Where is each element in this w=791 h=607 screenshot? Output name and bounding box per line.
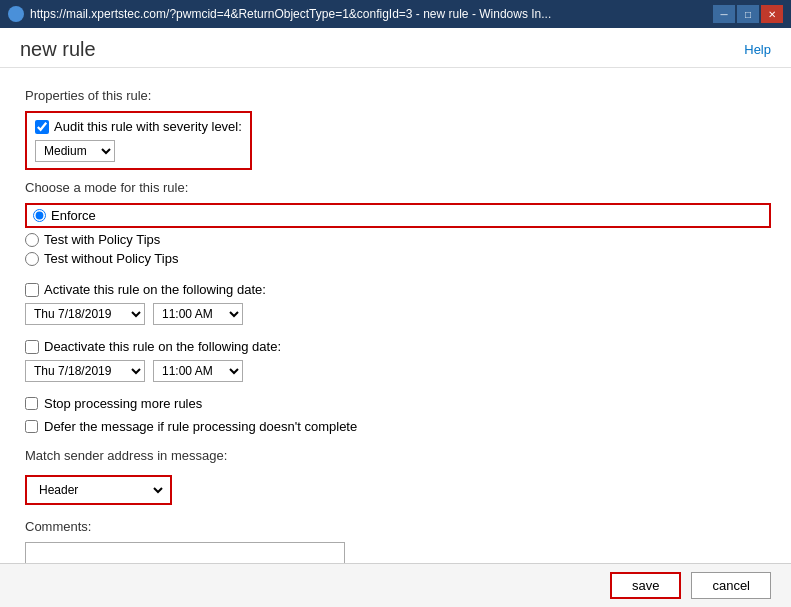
mode-radio-group: Enforce Test with Policy Tips Test witho… <box>25 203 771 266</box>
test-with-label: Test with Policy Tips <box>44 232 160 247</box>
match-sender-box: Header Envelope Header or Envelope <box>25 475 172 505</box>
test-with-row: Test with Policy Tips <box>25 232 771 247</box>
stop-processing-row: Stop processing more rules <box>25 396 771 411</box>
test-without-radio[interactable] <box>25 252 39 266</box>
footer: save cancel <box>0 563 791 607</box>
deactivate-time-select[interactable]: 11:00 AM <box>153 360 243 382</box>
match-sender-label: Match sender address in message: <box>25 448 771 463</box>
deactivate-checkbox[interactable] <box>25 340 39 354</box>
comments-label: Comments: <box>25 519 771 534</box>
activate-time-select[interactable]: 11:00 AM <box>153 303 243 325</box>
test-with-radio[interactable] <box>25 233 39 247</box>
audit-checkbox[interactable] <box>35 120 49 134</box>
window-controls[interactable]: ─ □ ✕ <box>713 5 783 23</box>
app-icon <box>8 6 24 22</box>
comments-section: Comments: <box>25 519 771 563</box>
activate-label: Activate this rule on the following date… <box>44 282 266 297</box>
audit-section-box: Audit this rule with severity level: Med… <box>25 111 252 170</box>
page-title: new rule <box>20 38 96 61</box>
activate-date-row: Thu 7/18/2019 11:00 AM <box>25 303 771 325</box>
audit-checkbox-row: Audit this rule with severity level: <box>35 119 242 134</box>
test-without-row: Test without Policy Tips <box>25 251 771 266</box>
deactivate-label: Deactivate this rule on the following da… <box>44 339 281 354</box>
test-without-label: Test without Policy Tips <box>44 251 178 266</box>
enforce-label: Enforce <box>51 208 96 223</box>
enforce-radio[interactable] <box>33 209 46 222</box>
cancel-button[interactable]: cancel <box>691 572 771 599</box>
severity-row: Medium Low High <box>35 140 242 162</box>
title-bar-text: https://mail.xpertstec.com/?pwmcid=4&Ret… <box>30 7 551 21</box>
defer-checkbox[interactable] <box>25 420 38 433</box>
deactivate-date-row: Thu 7/18/2019 11:00 AM <box>25 360 771 382</box>
activate-checkbox-row: Activate this rule on the following date… <box>25 282 771 297</box>
match-sender-dropdown[interactable]: Header Envelope Header or Envelope <box>31 479 166 501</box>
content-panel: new rule Help Properties of this rule: A… <box>0 28 791 607</box>
audit-label: Audit this rule with severity level: <box>54 119 242 134</box>
save-button[interactable]: save <box>610 572 681 599</box>
stop-processing-checkbox[interactable] <box>25 397 38 410</box>
maximize-button[interactable]: □ <box>737 5 759 23</box>
activate-section: Activate this rule on the following date… <box>25 282 771 325</box>
activate-date-select[interactable]: Thu 7/18/2019 <box>25 303 145 325</box>
deactivate-section: Deactivate this rule on the following da… <box>25 339 771 382</box>
deactivate-checkbox-row: Deactivate this rule on the following da… <box>25 339 771 354</box>
mode-section: Choose a mode for this rule: Enforce Tes… <box>25 180 771 266</box>
form-area: Properties of this rule: Audit this rule… <box>0 68 791 563</box>
page-header: new rule Help <box>0 28 791 68</box>
mode-label: Choose a mode for this rule: <box>25 180 771 195</box>
activate-checkbox[interactable] <box>25 283 39 297</box>
minimize-button[interactable]: ─ <box>713 5 735 23</box>
main-area: new rule Help Properties of this rule: A… <box>0 28 791 607</box>
close-button[interactable]: ✕ <box>761 5 783 23</box>
deactivate-date-select[interactable]: Thu 7/18/2019 <box>25 360 145 382</box>
properties-label: Properties of this rule: <box>25 88 771 103</box>
match-sender-section: Match sender address in message: Header … <box>25 448 771 505</box>
severity-dropdown[interactable]: Medium Low High <box>35 140 115 162</box>
help-link[interactable]: Help <box>744 42 771 57</box>
title-bar: https://mail.xpertstec.com/?pwmcid=4&Ret… <box>0 0 791 28</box>
stop-processing-label: Stop processing more rules <box>44 396 202 411</box>
defer-row: Defer the message if rule processing doe… <box>25 419 771 434</box>
enforce-option-box: Enforce <box>25 203 771 228</box>
title-bar-content: https://mail.xpertstec.com/?pwmcid=4&Ret… <box>8 6 551 22</box>
comments-input[interactable] <box>25 542 345 563</box>
defer-label: Defer the message if rule processing doe… <box>44 419 357 434</box>
